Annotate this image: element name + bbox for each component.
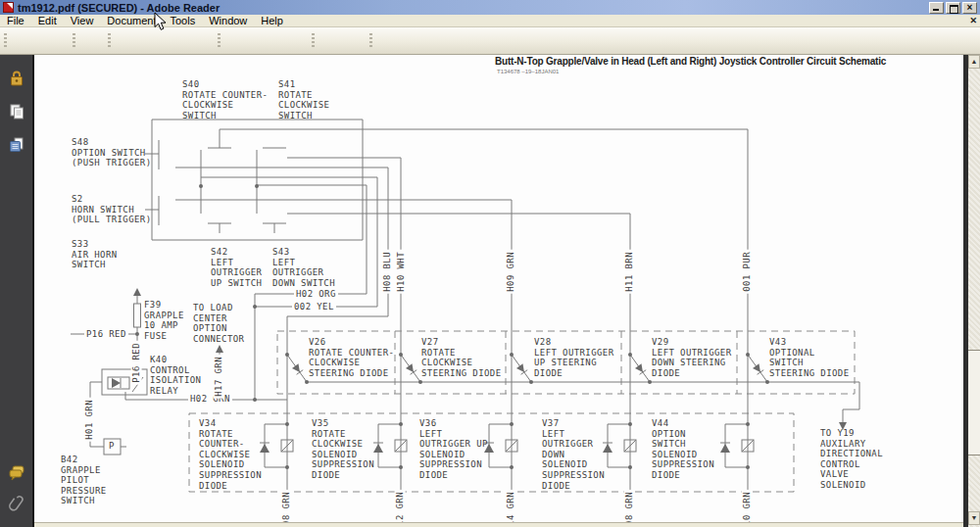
minimize-button[interactable] (929, 2, 944, 14)
bookmarks-panel-icon[interactable] (7, 135, 26, 155)
toolbar-gripper (312, 33, 315, 49)
toolbar-gripper (4, 33, 7, 49)
menu-help[interactable]: Help (254, 15, 290, 27)
window-title: tm1912.pdf (SECURED) - Adobe Reader (18, 2, 220, 14)
attachments-panel-icon[interactable] (7, 494, 26, 513)
menu-file[interactable]: File (0, 15, 31, 27)
scroll-down-button[interactable]: ▼ (968, 511, 980, 525)
comments-panel-icon[interactable] (7, 462, 26, 482)
navigation-sidebar (0, 55, 34, 527)
menu-view[interactable]: View (64, 15, 101, 27)
toolbar-gripper (73, 33, 75, 49)
mouse-cursor (154, 12, 168, 35)
close-document-button[interactable]: ✕ (969, 15, 977, 27)
adobe-pdf-app-icon (3, 2, 14, 13)
menu-edit[interactable]: Edit (31, 15, 64, 27)
security-lock-icon[interactable] (7, 69, 26, 88)
restore-button[interactable] (946, 2, 960, 14)
horizontal-scrollbar[interactable] (34, 522, 963, 527)
vertical-scrollbar[interactable]: ▲ ▼ (968, 55, 980, 527)
toolbar-gripper (108, 33, 111, 49)
toolbar-gripper (369, 33, 372, 49)
menu-bar: FileEditViewDocumentToolsWindowHelp✕ (0, 15, 980, 27)
pages-panel-icon[interactable] (7, 102, 26, 121)
menu-tools[interactable]: Tools (164, 15, 203, 27)
menu-window[interactable]: Window (202, 15, 254, 27)
scrollbar-thumb[interactable] (968, 350, 980, 455)
toolbar: ▾ / 306 – + ▾ ▾ (0, 27, 980, 55)
title-bar: tm1912.pdf (SECURED) - Adobe Reader × (0, 0, 980, 15)
close-button[interactable]: × (962, 2, 977, 14)
pdf-page (34, 55, 963, 527)
figure-reference: T134678 –19–18JAN01 (497, 69, 559, 74)
schematic-title: Butt-N-Top Grapple/Valve in Head (Left a… (495, 56, 886, 67)
scroll-up-button[interactable]: ▲ (968, 55, 980, 69)
toolbar-gripper (218, 33, 220, 49)
